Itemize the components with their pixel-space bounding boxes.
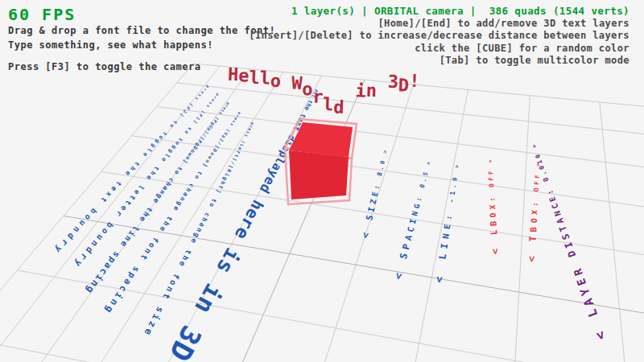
- hint-type-something: Type something, see what happens!: [8, 39, 213, 51]
- status-block: 1 layer(s) | ORBITAL camera | 386 quads …: [249, 5, 630, 68]
- fps-counter: 60 FPS: [8, 5, 76, 24]
- hint-multicolor: [Tab] to toggle multicolor mode: [249, 55, 630, 68]
- cube-face-front: [289, 150, 349, 200]
- hint-layers: [Home]/[End] to add/remove 3D text layer…: [249, 18, 630, 31]
- hint-layer-distance: [Insert]/[Delete] to increase/decrease d…: [249, 30, 630, 43]
- hint-drag-drop: Drag & drop a font file to change the fo…: [8, 25, 275, 36]
- hint-cube-color: click the [CUBE] for a random color: [249, 43, 630, 56]
- text3d-demo-window: All the text displayed here is in 3Dpres…: [0, 0, 644, 362]
- hint-toggle-camera: Press [F3] to toggle the camera: [8, 61, 200, 72]
- status-line: 1 layer(s) | ORBITAL camera | 386 quads …: [249, 5, 630, 18]
